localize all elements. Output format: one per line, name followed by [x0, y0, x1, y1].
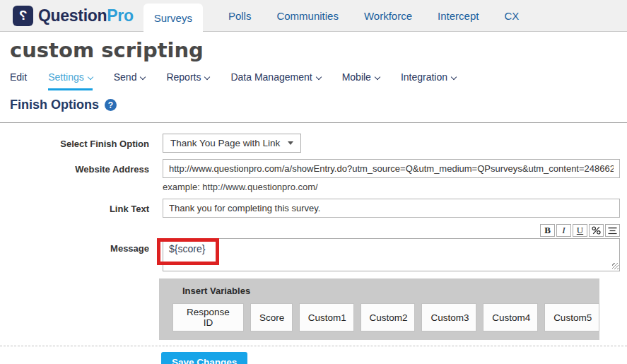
- website-address-label: Website Address: [0, 159, 149, 192]
- finish-option-label: Select Finish Option: [0, 134, 149, 153]
- message-row: Message B I U: [0, 224, 627, 271]
- section-heading: Finish Options ?: [10, 98, 627, 112]
- link-text-row: Link Text: [0, 199, 627, 218]
- website-address-row: Website Address example: http://www.ques…: [0, 159, 627, 192]
- questionpro-logo[interactable]: ? QuestionPro: [13, 6, 134, 26]
- insert-variables-panel: Insert Variables Response ID Score Custo…: [159, 278, 599, 340]
- questionpro-logo-icon: ?: [13, 6, 33, 26]
- section-title: Finish Options: [10, 98, 99, 112]
- chevron-down-icon: [315, 74, 321, 80]
- subnav-settings[interactable]: Settings: [48, 71, 93, 90]
- save-changes-button[interactable]: Save Changes: [161, 352, 247, 364]
- chevron-down-icon: [87, 74, 93, 80]
- questionpro-logo-text: QuestionPro: [38, 6, 134, 25]
- align-button[interactable]: [605, 224, 620, 237]
- message-format-toolbar: B I U: [163, 224, 620, 237]
- subnav-send[interactable]: Send: [114, 71, 146, 88]
- finish-options-form: Select Finish Option Thank You Page with…: [0, 134, 627, 364]
- message-label: Message: [0, 224, 149, 271]
- website-address-hint: example: http://www.questionpro.com/: [163, 182, 620, 192]
- variable-button-response-id[interactable]: Response ID: [172, 303, 244, 331]
- link-button[interactable]: [589, 224, 604, 237]
- link-text-input[interactable]: [163, 199, 620, 218]
- align-icon: [608, 227, 617, 235]
- insert-variables-buttons: Response ID Score Custom1 Custom2 Custom…: [172, 303, 599, 331]
- subnav-reports[interactable]: Reports: [166, 71, 209, 88]
- variable-button-custom3[interactable]: Custom3: [421, 303, 476, 331]
- chevron-down-icon: [140, 74, 146, 80]
- help-icon[interactable]: ?: [105, 99, 117, 111]
- finish-option-row: Select Finish Option Thank You Page with…: [0, 134, 627, 153]
- bold-button[interactable]: B: [540, 224, 555, 237]
- tab-workforce[interactable]: Workforce: [364, 10, 412, 22]
- variable-button-score[interactable]: Score: [250, 303, 293, 331]
- dropdown-arrow-icon: [288, 141, 293, 145]
- link-icon: [592, 226, 601, 235]
- tab-intercept[interactable]: Intercept: [438, 10, 479, 22]
- top-nav-tabs: Surveys Polls Communities Workforce Inte…: [143, 0, 520, 31]
- page-title: custom scripting: [10, 38, 627, 62]
- variable-button-custom2[interactable]: Custom2: [361, 303, 416, 331]
- tab-cx[interactable]: CX: [504, 10, 519, 22]
- section-divider: [0, 122, 627, 123]
- chevron-down-icon: [451, 74, 457, 80]
- tab-communities[interactable]: Communities: [276, 10, 339, 22]
- subnav-edit[interactable]: Edit: [10, 71, 27, 88]
- finish-option-selected-value: Thank You Page with Link: [170, 138, 280, 148]
- website-address-input[interactable]: [163, 159, 620, 178]
- underline-button[interactable]: U: [573, 224, 587, 237]
- dashed-divider: [0, 346, 627, 346]
- logo-text-pro: Pro: [107, 6, 133, 25]
- link-text-label: Link Text: [0, 199, 149, 218]
- insert-variables-title: Insert Variables: [182, 286, 599, 296]
- variable-button-custom4[interactable]: Custom4: [483, 303, 538, 331]
- tab-surveys[interactable]: Surveys: [143, 4, 203, 35]
- subnav-integration[interactable]: Integration: [401, 71, 456, 88]
- top-navigation-bar: ? QuestionPro Surveys Polls Communities …: [0, 0, 627, 32]
- subnav-mobile[interactable]: Mobile: [342, 71, 380, 88]
- survey-sub-navigation: Edit Settings Send Reports Data Manageme…: [10, 71, 627, 90]
- italic-button[interactable]: I: [556, 224, 571, 237]
- variable-button-custom5[interactable]: Custom5: [544, 303, 599, 331]
- tab-polls[interactable]: Polls: [228, 10, 252, 22]
- chevron-down-icon: [375, 74, 380, 80]
- subnav-data-management[interactable]: Data Management: [230, 71, 320, 88]
- chevron-down-icon: [204, 74, 210, 80]
- variable-button-custom1[interactable]: Custom1: [299, 303, 354, 331]
- message-editor-wrap: ${score}: [163, 238, 620, 271]
- textarea-resize-handle[interactable]: [612, 263, 619, 269]
- finish-option-select[interactable]: Thank You Page with Link: [163, 134, 301, 153]
- logo-text-question: Question: [38, 6, 107, 25]
- message-textarea[interactable]: ${score}: [163, 238, 620, 271]
